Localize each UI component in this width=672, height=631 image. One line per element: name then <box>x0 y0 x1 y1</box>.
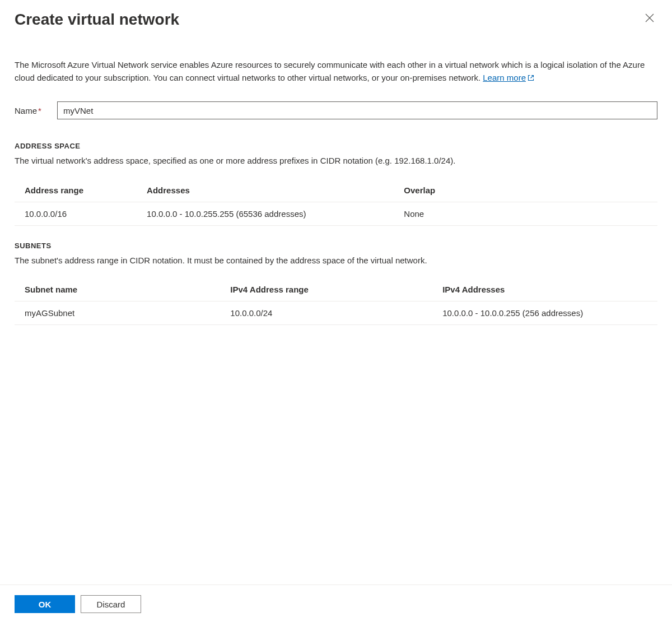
svg-line-2 <box>530 75 533 78</box>
page-title: Create virtual network <box>15 10 179 29</box>
ok-button[interactable]: OK <box>15 595 75 613</box>
table-row[interactable]: 10.0.0.0/16 10.0.0.0 - 10.0.255.255 (655… <box>15 202 657 225</box>
intro-paragraph: The Microsoft Azure Virtual Network serv… <box>15 58 657 85</box>
external-link-icon <box>528 72 534 85</box>
subnets-table: Subnet name IPv4 Address range IPv4 Addr… <box>15 279 657 325</box>
subnets-section-title: SUBNETS <box>15 242 657 250</box>
discard-button[interactable]: Discard <box>81 595 141 613</box>
addr-addresses-cell: 10.0.0.0 - 10.0.255.255 (65536 addresses… <box>137 202 394 225</box>
subnet-range-cell: 10.0.0.0/24 <box>220 301 432 325</box>
subnet-addresses-cell: 10.0.0.0 - 10.0.0.255 (256 addresses) <box>432 301 657 325</box>
learn-more-link[interactable]: Learn more <box>483 73 534 82</box>
name-label: Name* <box>15 106 50 115</box>
addr-range-cell: 10.0.0.0/16 <box>15 202 137 225</box>
addr-col-overlap: Overlap <box>394 180 657 202</box>
address-space-section-title: ADDRESS SPACE <box>15 142 657 150</box>
sub-col-name: Subnet name <box>15 279 220 301</box>
subnet-name-cell: myAGSubnet <box>15 301 220 325</box>
sub-col-range: IPv4 Address range <box>220 279 432 301</box>
address-space-table: Address range Addresses Overlap 10.0.0.0… <box>15 180 657 226</box>
footer-actions: OK Discard <box>0 584 672 631</box>
addr-col-range: Address range <box>15 180 137 202</box>
addr-col-addresses: Addresses <box>137 180 394 202</box>
required-indicator: * <box>38 106 41 115</box>
close-button[interactable] <box>642 10 657 26</box>
table-row[interactable]: myAGSubnet 10.0.0.0/24 10.0.0.0 - 10.0.0… <box>15 301 657 325</box>
addr-overlap-cell: None <box>394 202 657 225</box>
address-space-section-desc: The virtual network's address space, spe… <box>15 155 657 168</box>
name-input[interactable] <box>57 101 657 119</box>
subnets-section-desc: The subnet's address range in CIDR notat… <box>15 254 657 267</box>
sub-col-addresses: IPv4 Addresses <box>432 279 657 301</box>
intro-text: The Microsoft Azure Virtual Network serv… <box>15 60 645 82</box>
close-icon <box>645 16 654 24</box>
